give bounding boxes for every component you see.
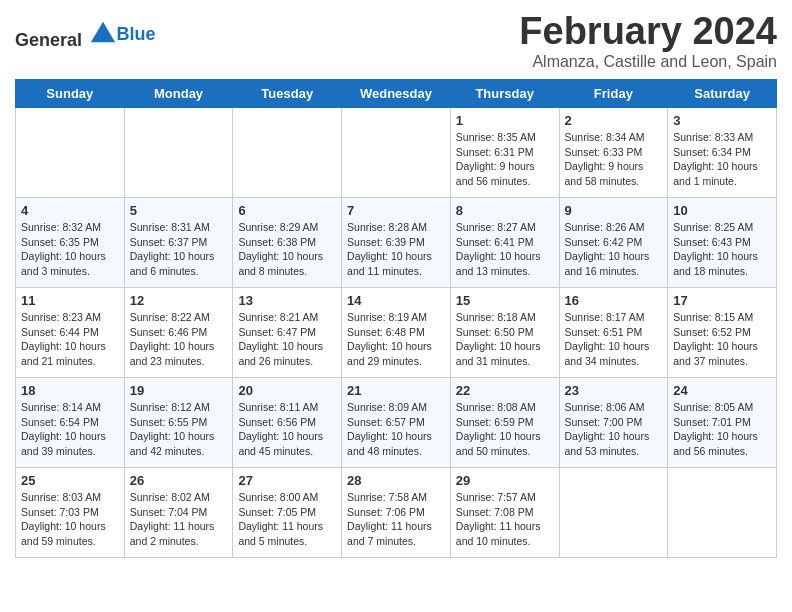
calendar-cell: 14Sunrise: 8:19 AM Sunset: 6:48 PM Dayli…: [342, 288, 451, 378]
day-info: Sunrise: 8:02 AM Sunset: 7:04 PM Dayligh…: [130, 490, 228, 549]
day-info: Sunrise: 8:03 AM Sunset: 7:03 PM Dayligh…: [21, 490, 119, 549]
title-section: February 2024 Almanza, Castille and Leon…: [519, 10, 777, 71]
logo-general: General: [15, 30, 82, 50]
page-title: February 2024: [519, 10, 777, 53]
calendar-cell: 22Sunrise: 8:08 AM Sunset: 6:59 PM Dayli…: [450, 378, 559, 468]
day-number: 11: [21, 293, 119, 308]
calendar-cell: [668, 468, 777, 558]
col-header-friday: Friday: [559, 80, 668, 108]
calendar-cell: 21Sunrise: 8:09 AM Sunset: 6:57 PM Dayli…: [342, 378, 451, 468]
day-number: 23: [565, 383, 663, 398]
day-number: 22: [456, 383, 554, 398]
calendar-cell: 15Sunrise: 8:18 AM Sunset: 6:50 PM Dayli…: [450, 288, 559, 378]
day-number: 2: [565, 113, 663, 128]
day-info: Sunrise: 8:19 AM Sunset: 6:48 PM Dayligh…: [347, 310, 445, 369]
calendar-cell: 5Sunrise: 8:31 AM Sunset: 6:37 PM Daylig…: [124, 198, 233, 288]
day-number: 7: [347, 203, 445, 218]
day-info: Sunrise: 8:11 AM Sunset: 6:56 PM Dayligh…: [238, 400, 336, 459]
day-info: Sunrise: 8:18 AM Sunset: 6:50 PM Dayligh…: [456, 310, 554, 369]
calendar-cell: 9Sunrise: 8:26 AM Sunset: 6:42 PM Daylig…: [559, 198, 668, 288]
header: General Blue February 2024 Almanza, Cast…: [15, 10, 777, 71]
day-number: 28: [347, 473, 445, 488]
day-info: Sunrise: 8:31 AM Sunset: 6:37 PM Dayligh…: [130, 220, 228, 279]
calendar-cell: 13Sunrise: 8:21 AM Sunset: 6:47 PM Dayli…: [233, 288, 342, 378]
day-info: Sunrise: 8:29 AM Sunset: 6:38 PM Dayligh…: [238, 220, 336, 279]
calendar-cell: 23Sunrise: 8:06 AM Sunset: 7:00 PM Dayli…: [559, 378, 668, 468]
logo: General Blue: [15, 18, 156, 51]
calendar-cell: [342, 108, 451, 198]
svg-marker-0: [90, 22, 114, 43]
calendar-cell: 4Sunrise: 8:32 AM Sunset: 6:35 PM Daylig…: [16, 198, 125, 288]
calendar-cell: 27Sunrise: 8:00 AM Sunset: 7:05 PM Dayli…: [233, 468, 342, 558]
day-number: 5: [130, 203, 228, 218]
calendar-cell: 7Sunrise: 8:28 AM Sunset: 6:39 PM Daylig…: [342, 198, 451, 288]
day-info: Sunrise: 8:09 AM Sunset: 6:57 PM Dayligh…: [347, 400, 445, 459]
day-info: Sunrise: 8:08 AM Sunset: 6:59 PM Dayligh…: [456, 400, 554, 459]
calendar-cell: 24Sunrise: 8:05 AM Sunset: 7:01 PM Dayli…: [668, 378, 777, 468]
calendar-cell: 17Sunrise: 8:15 AM Sunset: 6:52 PM Dayli…: [668, 288, 777, 378]
col-header-sunday: Sunday: [16, 80, 125, 108]
day-info: Sunrise: 8:25 AM Sunset: 6:43 PM Dayligh…: [673, 220, 771, 279]
day-info: Sunrise: 8:35 AM Sunset: 6:31 PM Dayligh…: [456, 130, 554, 189]
col-header-saturday: Saturday: [668, 80, 777, 108]
calendar-cell: [16, 108, 125, 198]
day-info: Sunrise: 8:34 AM Sunset: 6:33 PM Dayligh…: [565, 130, 663, 189]
day-info: Sunrise: 8:00 AM Sunset: 7:05 PM Dayligh…: [238, 490, 336, 549]
day-info: Sunrise: 8:32 AM Sunset: 6:35 PM Dayligh…: [21, 220, 119, 279]
day-number: 9: [565, 203, 663, 218]
day-number: 27: [238, 473, 336, 488]
day-info: Sunrise: 8:06 AM Sunset: 7:00 PM Dayligh…: [565, 400, 663, 459]
day-info: Sunrise: 8:26 AM Sunset: 6:42 PM Dayligh…: [565, 220, 663, 279]
day-number: 3: [673, 113, 771, 128]
col-header-wednesday: Wednesday: [342, 80, 451, 108]
day-number: 26: [130, 473, 228, 488]
day-info: Sunrise: 8:23 AM Sunset: 6:44 PM Dayligh…: [21, 310, 119, 369]
day-info: Sunrise: 8:33 AM Sunset: 6:34 PM Dayligh…: [673, 130, 771, 189]
day-number: 16: [565, 293, 663, 308]
week-row-2: 4Sunrise: 8:32 AM Sunset: 6:35 PM Daylig…: [16, 198, 777, 288]
col-header-tuesday: Tuesday: [233, 80, 342, 108]
day-number: 29: [456, 473, 554, 488]
day-number: 6: [238, 203, 336, 218]
calendar-cell: 16Sunrise: 8:17 AM Sunset: 6:51 PM Dayli…: [559, 288, 668, 378]
col-header-thursday: Thursday: [450, 80, 559, 108]
calendar-cell: 2Sunrise: 8:34 AM Sunset: 6:33 PM Daylig…: [559, 108, 668, 198]
day-info: Sunrise: 7:58 AM Sunset: 7:06 PM Dayligh…: [347, 490, 445, 549]
day-number: 17: [673, 293, 771, 308]
day-info: Sunrise: 8:14 AM Sunset: 6:54 PM Dayligh…: [21, 400, 119, 459]
day-info: Sunrise: 8:12 AM Sunset: 6:55 PM Dayligh…: [130, 400, 228, 459]
day-number: 21: [347, 383, 445, 398]
calendar-cell: 11Sunrise: 8:23 AM Sunset: 6:44 PM Dayli…: [16, 288, 125, 378]
calendar-cell: [124, 108, 233, 198]
day-info: Sunrise: 8:22 AM Sunset: 6:46 PM Dayligh…: [130, 310, 228, 369]
calendar-cell: 3Sunrise: 8:33 AM Sunset: 6:34 PM Daylig…: [668, 108, 777, 198]
day-number: 13: [238, 293, 336, 308]
day-info: Sunrise: 8:17 AM Sunset: 6:51 PM Dayligh…: [565, 310, 663, 369]
page-subtitle: Almanza, Castille and Leon, Spain: [519, 53, 777, 71]
calendar-cell: 10Sunrise: 8:25 AM Sunset: 6:43 PM Dayli…: [668, 198, 777, 288]
day-number: 25: [21, 473, 119, 488]
week-row-4: 18Sunrise: 8:14 AM Sunset: 6:54 PM Dayli…: [16, 378, 777, 468]
day-info: Sunrise: 8:28 AM Sunset: 6:39 PM Dayligh…: [347, 220, 445, 279]
day-number: 24: [673, 383, 771, 398]
day-number: 20: [238, 383, 336, 398]
day-number: 15: [456, 293, 554, 308]
day-number: 18: [21, 383, 119, 398]
col-header-monday: Monday: [124, 80, 233, 108]
week-row-5: 25Sunrise: 8:03 AM Sunset: 7:03 PM Dayli…: [16, 468, 777, 558]
calendar-cell: 8Sunrise: 8:27 AM Sunset: 6:41 PM Daylig…: [450, 198, 559, 288]
calendar-cell: 12Sunrise: 8:22 AM Sunset: 6:46 PM Dayli…: [124, 288, 233, 378]
calendar-cell: 18Sunrise: 8:14 AM Sunset: 6:54 PM Dayli…: [16, 378, 125, 468]
calendar-cell: 26Sunrise: 8:02 AM Sunset: 7:04 PM Dayli…: [124, 468, 233, 558]
day-number: 8: [456, 203, 554, 218]
day-number: 10: [673, 203, 771, 218]
calendar-cell: 19Sunrise: 8:12 AM Sunset: 6:55 PM Dayli…: [124, 378, 233, 468]
day-number: 1: [456, 113, 554, 128]
day-info: Sunrise: 8:15 AM Sunset: 6:52 PM Dayligh…: [673, 310, 771, 369]
calendar-table: SundayMondayTuesdayWednesdayThursdayFrid…: [15, 79, 777, 558]
calendar-cell: 25Sunrise: 8:03 AM Sunset: 7:03 PM Dayli…: [16, 468, 125, 558]
day-number: 14: [347, 293, 445, 308]
week-row-3: 11Sunrise: 8:23 AM Sunset: 6:44 PM Dayli…: [16, 288, 777, 378]
day-number: 4: [21, 203, 119, 218]
day-info: Sunrise: 8:21 AM Sunset: 6:47 PM Dayligh…: [238, 310, 336, 369]
